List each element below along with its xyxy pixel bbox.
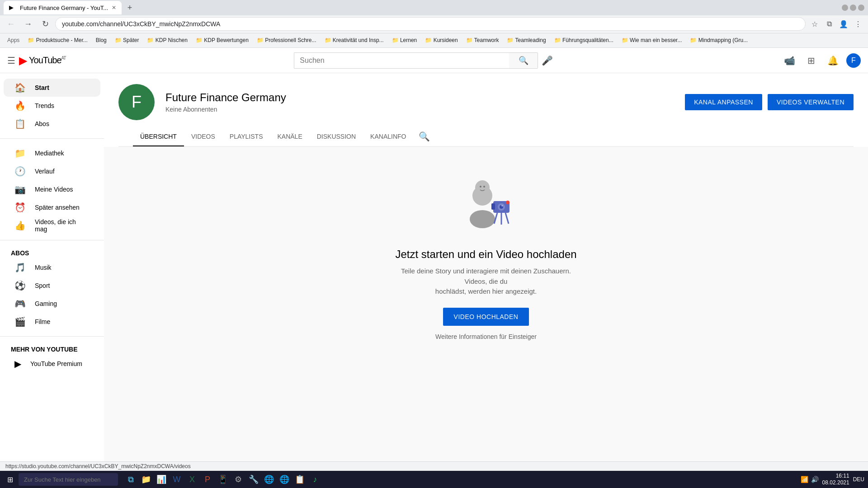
tab-close-btn[interactable]: ✕ [112, 5, 116, 11]
empty-description: Teile deine Story und interagiere mit de… [391, 266, 581, 297]
logo-area: ☰ ▶ YouTubeAT [7, 54, 66, 67]
abos-section-title: ABOS [0, 246, 104, 258]
apps-grid-button[interactable]: ⊞ [803, 52, 819, 69]
create-video-button[interactable]: 📹 [781, 52, 797, 69]
bookmark-blog[interactable]: Blog [92, 35, 110, 45]
channel-actions: KANAL ANPASSEN VIDEOS VERWALTEN [685, 94, 854, 110]
taskbar-app-excel[interactable]: X [185, 472, 199, 487]
status-bar: https://studio.youtube.com/channel/UC3xC… [0, 461, 868, 471]
sidebar-item-filme[interactable]: 🎬 Filme [4, 313, 100, 331]
tab-kanale[interactable]: KANÄLE [270, 127, 309, 146]
customize-channel-button[interactable]: KANAL ANPASSEN [685, 94, 762, 110]
library-icon: 📁 [14, 148, 26, 159]
bookmarks-apps-label[interactable]: Apps [4, 35, 23, 45]
sidebar-item-spaeter[interactable]: ⏰ Später ansehen [4, 198, 100, 216]
forward-button[interactable]: → [21, 17, 35, 31]
sidebar-item-liked[interactable]: 👍 Videos, die ich mag [4, 216, 100, 235]
svg-point-6 [501, 205, 503, 206]
bookmark-kdp-bewertungen[interactable]: 📁 KDP Bewertungen [192, 35, 252, 45]
bookmark-kdp-nischen[interactable]: 📁 KDP Nischen [143, 35, 191, 45]
page: ☰ ▶ YouTubeAT 🔍 🎤 📹 ⊞ 🔔 F [0, 48, 868, 461]
tab-kanalinfo[interactable]: KANALINFO [363, 127, 413, 146]
back-button[interactable]: ← [4, 17, 18, 31]
info-for-beginners-link[interactable]: Weitere Informationen für Einsteiger [435, 333, 537, 340]
taskbar-search-input[interactable] [19, 473, 118, 486]
bookmark-kursideen[interactable]: 📁 Kursideen [421, 35, 461, 45]
my-videos-icon: 📷 [14, 184, 26, 195]
tab-videos[interactable]: VIDEOS [184, 127, 222, 146]
upload-illustration-svg [450, 174, 522, 237]
sidebar-item-start[interactable]: 🏠 Start [4, 79, 100, 97]
taskbar-app-badge[interactable]: 📊 [154, 472, 169, 487]
channel-search-button[interactable]: 🔍 [413, 127, 435, 146]
history-icon: 🕐 [14, 166, 26, 177]
taskbar-app-task2[interactable]: 📋 [292, 472, 307, 487]
maximize-button[interactable] [850, 5, 856, 11]
notifications-button[interactable]: 🔔 [825, 52, 841, 69]
youtube-logo[interactable]: ▶ YouTubeAT [19, 54, 66, 67]
sidebar-divider-2 [0, 240, 104, 240]
search-input[interactable] [294, 52, 509, 69]
taskbar-app-other3[interactable]: 🔧 [246, 472, 261, 487]
taskbar-app-other1[interactable]: 📱 [216, 472, 230, 487]
tab-ubersicht[interactable]: ÜBERSICHT [133, 127, 184, 146]
taskbar-app-taskview[interactable]: ⧉ [123, 472, 138, 487]
sidebar-item-sport[interactable]: ⚽ Sport [4, 277, 100, 295]
browser-tab[interactable]: ▶ Future Finance Germany - YouT... ✕ [4, 1, 122, 14]
taskbar-app-chrome[interactable]: 🌐 [262, 472, 276, 487]
sidebar-item-meine-videos[interactable]: 📷 Meine Videos [4, 180, 100, 198]
new-tab-button[interactable]: + [123, 1, 136, 14]
taskbar-app-spotify[interactable]: ♪ [308, 472, 322, 487]
address-bar[interactable] [55, 17, 806, 31]
refresh-button[interactable]: ↻ [38, 17, 52, 31]
sidebar-item-trends[interactable]: 🔥 Trends [4, 97, 100, 115]
tab-diskussion[interactable]: DISKUSSION [310, 127, 363, 146]
music-icon: 🎵 [14, 262, 26, 273]
search-button[interactable]: 🔍 [509, 52, 538, 69]
sidebar-item-gaming[interactable]: 🎮 Gaming [4, 295, 100, 313]
channel-tabs: ÜBERSICHT VIDEOS PLAYLISTS KANÄLE DISKUS… [118, 127, 854, 147]
films-icon: 🎬 [14, 316, 26, 327]
channel-info: Future Finance Germany Keine Abonnenten [165, 91, 674, 113]
bookmark-professionell[interactable]: 📁 Professionell Schre... [253, 35, 320, 45]
profile-button[interactable]: 👤 [837, 18, 850, 30]
svg-point-12 [483, 186, 485, 188]
hamburger-menu[interactable]: ☰ [7, 55, 15, 66]
taskbar-app-other2[interactable]: ⚙ [231, 472, 245, 487]
taskbar-app-edge[interactable]: 🌐 [277, 472, 292, 487]
sidebar-item-mediathek[interactable]: 📁 Mediathek [4, 144, 100, 162]
bookmark-teamwork[interactable]: 📁 Teamwork [462, 35, 503, 45]
bookmark-mindmapping[interactable]: 📁 Mindmapping (Gru... [686, 35, 751, 45]
user-avatar[interactable]: F [846, 53, 861, 68]
bookmark-lernen[interactable]: 📁 Lernen [388, 35, 421, 45]
bookmark-besser[interactable]: 📁 Wie man ein besser... [618, 35, 686, 45]
sport-icon: ⚽ [14, 280, 26, 291]
svg-line-9 [505, 213, 509, 224]
bookmark-star-button[interactable]: ☆ [808, 18, 821, 30]
extensions-button[interactable]: ⧉ [823, 18, 835, 30]
sidebar-item-musik[interactable]: 🎵 Musik [4, 258, 100, 277]
start-button[interactable]: ⊞ [4, 474, 17, 486]
manage-videos-button[interactable]: VIDEOS VERWALTEN [768, 94, 854, 110]
menu-button[interactable]: ⋮ [852, 18, 864, 30]
mic-button[interactable]: 🎤 [542, 55, 553, 66]
taskbar-app-explorer[interactable]: 📁 [139, 472, 153, 487]
tab-playlists[interactable]: PLAYLISTS [222, 127, 270, 146]
bookmark-fuehrung[interactable]: 📁 Führungsqualitäten... [551, 35, 617, 45]
sidebar-item-yt-premium[interactable]: ▶ YouTube Premium [4, 355, 100, 373]
sidebar-item-abos[interactable]: 📋 Abos [4, 115, 100, 133]
svg-point-13 [506, 201, 509, 204]
sidebar-divider-3 [0, 336, 104, 337]
bookmark-teamleading[interactable]: 📁 Teamleading [503, 35, 549, 45]
close-button[interactable] [858, 5, 864, 11]
channel-content: F Future Finance Germany Keine Abonnente… [104, 73, 868, 461]
taskbar-app-powerpoint[interactable]: P [200, 472, 215, 487]
minimize-button[interactable] [842, 5, 848, 11]
taskbar-app-word[interactable]: W [170, 472, 184, 487]
upload-video-button[interactable]: VIDEO HOCHLADEN [443, 308, 529, 326]
bookmark-kreativitaet[interactable]: 📁 Kreativität und Insp... [321, 35, 387, 45]
sidebar-item-verlauf[interactable]: 🕐 Verlauf [4, 162, 100, 180]
bookmark-produktsuche[interactable]: 📁 Produktsuche - Mer... [24, 35, 91, 45]
bookmark-später[interactable]: 📁 Später [111, 35, 143, 45]
svg-point-11 [480, 186, 481, 188]
